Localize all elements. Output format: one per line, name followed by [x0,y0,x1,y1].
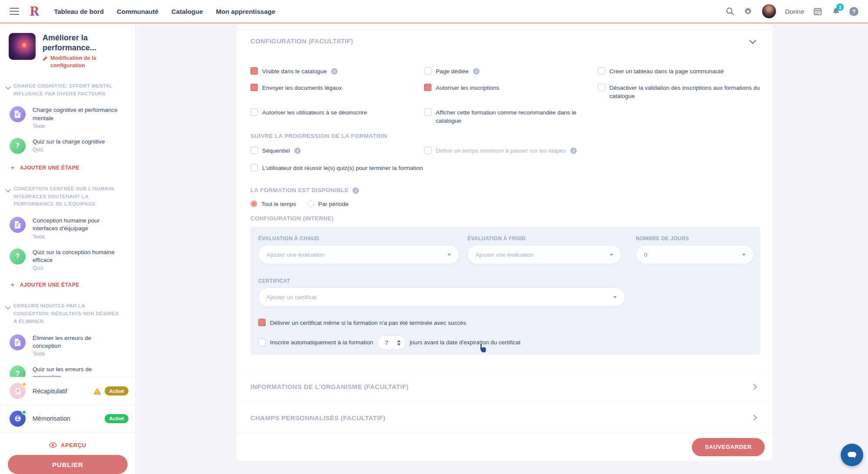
section-informations-organisme[interactable]: INFORMATIONS DE L'ORGANISME (FACULTATIF) [237,371,773,402]
step-item[interactable]: Charge cognitive et performance mentale … [6,106,129,129]
step-item[interactable]: ? Quiz sur la conception humaine efficac… [6,248,129,271]
checkbox-delivrer-certificat[interactable]: Délivrer un certificat même si la format… [258,319,466,327]
menu-icon[interactable] [10,8,19,15]
save-button[interactable]: SAUVEGARDER [692,438,765,456]
plus-icon: + [10,281,15,289]
user-avatar[interactable] [762,4,776,19]
checkbox-visible-catalogue[interactable]: Visible dans le catalogue i [250,67,424,76]
radio-button[interactable] [250,200,257,207]
checkbox-tableau-communaute[interactable]: Créer un tableau dans la page communauté [598,67,763,76]
course-title: Améliorer la performance... [43,33,125,52]
quiz-step-icon: ? [10,366,26,377]
collapse-config-chevron-icon[interactable] [750,37,756,44]
checkbox[interactable] [424,67,431,75]
chat-widget-button[interactable] [841,444,863,466]
chevron-down-icon [610,254,613,256]
checkbox-reussir-quiz[interactable]: L'utilisateur doit réussir le(s) quiz(s)… [250,164,423,173]
radio-tout-le-temps[interactable]: Tout le temps [250,200,296,207]
gear-icon[interactable] [743,7,753,16]
internal-config-title: CONFIGURATION (INTERNE) [250,215,334,222]
add-step-button[interactable]: + AJOUTER UNE ÉTAPE [10,163,129,172]
checkbox[interactable] [424,84,431,91]
config-checkbox-grid: Visible dans le catalogue i Page dédiée … [250,67,763,125]
checkbox[interactable] [598,84,605,91]
checkbox[interactable] [598,67,605,75]
checkbox-formation-recommandee[interactable]: Afficher cette formation comme recommand… [424,108,598,125]
step-item[interactable]: Conception humaine pour interfaces d'équ… [6,217,129,239]
sidebar-section-header[interactable]: CHARGE COGNITIVE: EFFORT MENTAL INFLUENC… [6,82,129,98]
progress-section-title: SUIVRE LA PROGRESSION DE LA FORMATION [250,133,387,139]
section-champs-personnalises[interactable]: CHAMPS PERSONNALISÉS (FACULTATIF) [237,402,773,433]
certificat-label: CERTIFICAT [258,278,290,284]
status-dot [22,410,26,415]
eye-icon [49,442,57,448]
checkbox-inscrire-auto[interactable]: Inscrire automatiquement à la formation [258,338,373,347]
sidebar-section-header[interactable]: ERREURS INDUITES PAR LA CONCEPTION: RÉSU… [6,302,129,325]
eval-chaud-select[interactable]: Ajouter une évaluation [258,245,459,264]
sidebar-steps-scroll[interactable]: Améliorer la performance... Modification… [0,24,135,377]
info-icon[interactable]: i [294,147,301,154]
recapitulatif-row[interactable]: Récapitulatif Activé [0,377,135,405]
status-badge: Activé [105,386,128,396]
radio-par-periode[interactable]: Par période [307,200,349,207]
nav-mon-apprentissage[interactable]: Mon apprentissage [216,8,276,15]
radio-button[interactable] [307,200,314,207]
chevron-down-icon[interactable] [5,187,11,193]
auto-enroll-row: Inscrire automatiquement à la formation … [258,334,520,351]
chevron-down-icon[interactable] [5,84,11,90]
config-section-title: CONFIGURATION (FACULTATIF) [250,37,353,45]
info-icon[interactable]: i [331,68,338,75]
nav-communaute[interactable]: Communauté [117,8,158,15]
info-icon[interactable]: i [570,147,577,154]
info-icon[interactable]: i [352,187,359,194]
add-step-button[interactable]: + AJOUTER UNE ÉTAPE [10,281,129,289]
checkbox[interactable] [250,164,258,171]
checkbox[interactable] [258,339,266,346]
app-logo[interactable]: R [30,5,39,18]
topbar: R Tableau de bord Communauté Catalogue M… [0,0,868,23]
chevron-down-icon[interactable] [5,304,11,310]
checkbox[interactable] [258,319,266,326]
checkbox-se-desinscrire[interactable]: Autoriser les utilisateurs à se désinscr… [250,108,424,125]
notifications-bell-icon[interactable]: 3 [831,7,841,16]
nav-tableau-de-bord[interactable]: Tableau de bord [54,8,104,15]
availability-radio-group: Tout le temps Par période [250,200,360,207]
chevron-down-icon [742,254,746,256]
text-step-icon [10,106,26,122]
checkbox-autoriser-inscriptions[interactable]: Autoriser les inscriptions [424,84,598,101]
checkbox[interactable] [250,147,258,154]
eval-froid-select[interactable]: Ajouter une évaluation [467,245,621,264]
checkbox[interactable] [250,108,258,116]
sidebar-section-header[interactable]: CONCEPTION CENTRÉE SUR L'HUMAIN: INTERFA… [6,185,129,208]
stepper-arrows-icon[interactable] [397,340,401,346]
nav-catalogue[interactable]: Catalogue [171,8,203,15]
checkbox[interactable] [250,84,258,91]
user-name[interactable]: Dorine [785,8,804,15]
checkbox-documents-legaux[interactable]: Envoyer les documents légaux [250,84,424,101]
checkbox[interactable] [424,147,431,154]
publish-button[interactable]: PUBLIER [8,455,128,474]
chevron-right-icon [751,415,757,421]
step-item[interactable]: ? Quiz sur les erreurs de conception Qui… [6,366,129,377]
calendar-icon[interactable] [813,7,822,16]
step-item[interactable]: Éliminer les erreurs de conception Texte [6,334,129,357]
checkbox-page-dediee[interactable]: Page dédiée i [424,67,598,76]
help-icon[interactable]: ? [849,7,858,16]
preview-button[interactable]: APERÇU [0,442,135,448]
info-icon[interactable]: i [473,68,480,75]
memorisation-row[interactable]: Mémorisation Activé [0,405,135,432]
search-icon[interactable] [725,7,735,16]
main-content: CONFIGURATION (FACULTATIF) Visible dans … [136,23,868,474]
checkbox-desactiver-validation[interactable]: Désactiver la validation des inscription… [598,84,763,101]
certificat-select[interactable]: Ajouter un certificat [258,288,625,307]
checkbox[interactable] [250,67,258,75]
nombre-jours-select[interactable]: 0 [636,245,754,264]
checkbox-sequentiel[interactable]: Séquentiel i [250,147,424,155]
edit-configuration-link[interactable]: Modification de la configuration [43,55,116,69]
quiz-step-icon: ? [10,248,26,265]
course-thumbnail[interactable] [9,33,36,60]
days-stepper[interactable]: 7 [378,335,405,350]
checkbox[interactable] [424,108,431,116]
step-item[interactable]: ? Quiz sur la charge cognitive Quiz [6,138,129,154]
checkbox-temps-minimum[interactable]: Définir un temps minimum à passer sur le… [424,147,602,155]
